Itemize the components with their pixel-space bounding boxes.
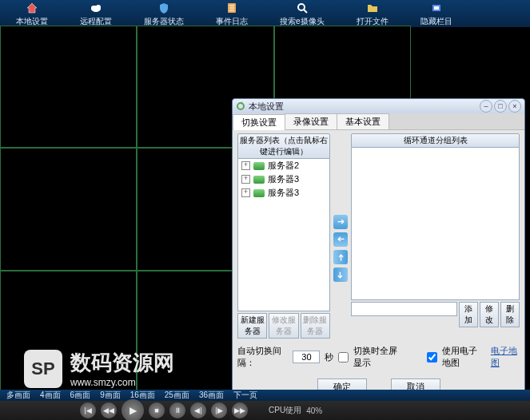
close-button[interactable]: × [508, 100, 521, 113]
layout-option[interactable]: 多画面 [3, 390, 34, 401]
refresh-icon [236, 101, 245, 111]
tree-expand-icon[interactable]: + [241, 161, 250, 170]
svg-line-8 [304, 10, 307, 13]
tree-item[interactable]: + 服务器3 [238, 186, 329, 200]
move-down-button[interactable]: ➔ [333, 267, 348, 282]
transfer-buttons: ➔ ➔ ➔ ➔ [333, 133, 348, 339]
step-back-button[interactable]: ◀| [190, 402, 206, 418]
tree-label: 服务器2 [268, 160, 299, 172]
svg-point-2 [96, 5, 101, 10]
tree-expand-icon[interactable]: + [241, 188, 250, 197]
prev-track-button[interactable]: |◀ [80, 402, 96, 418]
step-fwd-button[interactable]: |▶ [211, 402, 227, 418]
toolbar-item-hide-panel[interactable]: 隐藏栏目 [420, 2, 452, 27]
status-bar: 多画面 4画面 6画面 9画面 16画面 25画面 36画面 下一页 [0, 390, 530, 401]
toolbar-label: 隐藏栏目 [420, 16, 452, 27]
svg-point-1 [91, 6, 96, 10]
tree-item[interactable]: + 服务器3 [238, 172, 329, 186]
cloud-icon [90, 2, 102, 14]
emap-checkbox[interactable] [427, 352, 437, 363]
toolbar-item-search-camera[interactable]: 搜索e摄像头 [280, 2, 325, 27]
pause-button[interactable]: ⏸ [169, 402, 185, 418]
shield-icon [157, 2, 170, 14]
layout-option[interactable]: 6画面 [67, 390, 94, 401]
svg-point-11 [237, 103, 244, 109]
layout-option[interactable]: 25画面 [161, 390, 193, 401]
interval-input[interactable] [293, 351, 320, 363]
top-toolbar: 本地设置 远程配置 服务器状态 事件日志 搜索e摄像头 打开文件 隐藏栏目 [0, 0, 530, 27]
search-icon [296, 2, 309, 14]
rewind-button[interactable]: ◀◀ [101, 402, 117, 418]
fullscreen-checkbox[interactable] [338, 352, 349, 363]
cpu-label: CPU使用 [269, 405, 301, 416]
layout-option[interactable]: 4画面 [37, 390, 64, 401]
server-icon [253, 162, 265, 170]
move-right-button[interactable]: ➔ [333, 215, 348, 229]
group-list[interactable] [351, 148, 520, 300]
hide-icon [430, 2, 443, 14]
home-icon [26, 2, 38, 14]
layout-option[interactable]: 9画面 [97, 390, 124, 401]
tab-switch-settings[interactable]: 切换设置 [233, 114, 285, 130]
toolbar-item-server-status[interactable]: 服务器状态 [144, 2, 184, 27]
video-cell[interactable] [0, 148, 137, 270]
delete-group-button[interactable]: 删除 [500, 302, 520, 327]
toolbar-item-remote-config[interactable]: 远程配置 [80, 2, 112, 27]
tab-basic-settings[interactable]: 基本设置 [337, 113, 389, 129]
new-server-button[interactable]: 新建服务器 [237, 313, 267, 339]
tab-record-settings[interactable]: 录像设置 [285, 113, 337, 129]
tree-label: 服务器3 [268, 187, 299, 199]
dialog-tabs: 切换设置 录像设置 基本设置 [233, 113, 524, 130]
svg-point-7 [298, 4, 305, 10]
svg-rect-10 [434, 6, 439, 10]
log-icon [225, 2, 238, 14]
interval-label: 自动切换间隔： [237, 345, 288, 369]
dialog-body: 服务器列表（点击鼠标右键进行编辑） + 服务器2 + 服务器3 + [233, 130, 524, 403]
stop-button[interactable]: ■ [149, 402, 165, 418]
cpu-value: 40% [306, 406, 322, 415]
layout-option[interactable]: 36画面 [196, 390, 227, 401]
emap-label: 使用电子地图 [442, 345, 485, 369]
video-cell[interactable] [0, 26, 137, 148]
tree-expand-icon[interactable]: + [241, 175, 250, 184]
maximize-button[interactable]: □ [494, 100, 507, 113]
add-group-button[interactable]: 添加 [459, 302, 478, 327]
local-settings-dialog: 本地设置 – □ × 切换设置 录像设置 基本设置 服务器列表（点击鼠标右键进行… [232, 98, 525, 404]
toolbar-item-open-file[interactable]: 打开文件 [357, 2, 389, 27]
next-page-button[interactable]: 下一页 [230, 390, 261, 401]
seconds-label: 秒 [325, 351, 333, 363]
play-button[interactable]: ▶ [122, 399, 144, 420]
toolbar-item-event-log[interactable]: 事件日志 [216, 2, 248, 27]
tree-item[interactable]: + 服务器2 [238, 159, 329, 172]
modify-server-button[interactable]: 修改服务器 [269, 313, 298, 339]
server-icon [253, 176, 265, 184]
move-up-button[interactable]: ➔ [333, 250, 348, 264]
video-cell[interactable] [0, 271, 137, 393]
playback-bar: |◀ ◀◀ ▶ ■ ⏸ ◀| |▶ ▶▶ CPU使用 40% [0, 401, 530, 420]
fast-fwd-button[interactable]: ▶▶ [232, 402, 248, 418]
dialog-title: 本地设置 [249, 101, 284, 113]
group-list-header: 循环通道分组列表 [351, 133, 520, 148]
fullscreen-label: 切换时全屏显示 [353, 345, 404, 369]
group-name-input[interactable] [351, 302, 457, 316]
toolbar-item-local-settings[interactable]: 本地设置 [16, 2, 48, 27]
server-tree[interactable]: + 服务器2 + 服务器3 + 服务器3 [237, 159, 330, 311]
server-icon [253, 189, 265, 197]
minimize-button[interactable]: – [480, 100, 492, 113]
delete-server-button[interactable]: 删除服务器 [301, 313, 330, 339]
move-left-button[interactable]: ➔ [333, 232, 348, 247]
server-list-header: 服务器列表（点击鼠标右键进行编辑） [237, 133, 330, 159]
tree-label: 服务器3 [268, 173, 299, 185]
modify-group-button[interactable]: 修改 [480, 302, 499, 327]
folder-icon [366, 2, 379, 14]
dialog-titlebar[interactable]: 本地设置 – □ × [233, 99, 524, 113]
emap-link[interactable]: 电子地图 [491, 345, 520, 369]
interval-row: 自动切换间隔： 秒 切换时全屏显示 使用电子地图 电子地图 [237, 345, 520, 369]
